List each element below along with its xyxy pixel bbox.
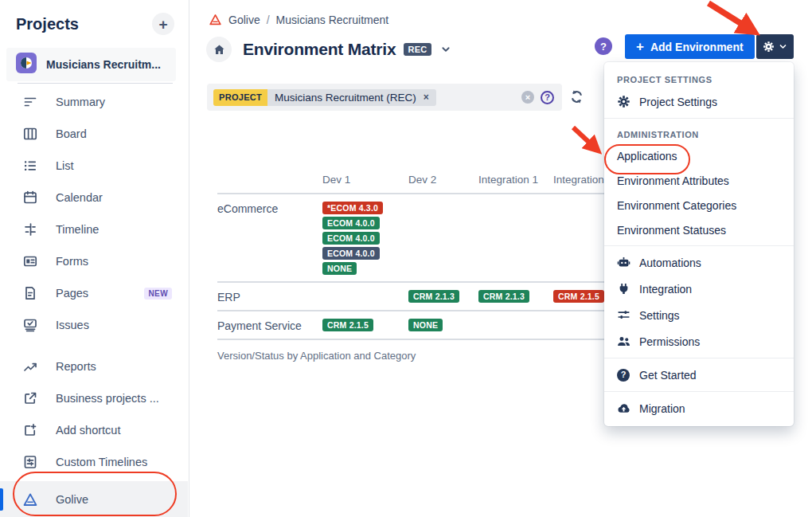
menu-item-automations[interactable]: Automations [604, 249, 794, 276]
sidebar-item-board[interactable]: Board [0, 118, 188, 150]
menu-section-administration: ADMINISTRATION [604, 122, 794, 143]
help-button[interactable]: ? [595, 37, 612, 55]
sidebar-item-label: Summary [56, 96, 105, 108]
menu-item-project-settings[interactable]: Project Settings [604, 88, 794, 115]
sidebar-item-business-projects[interactable]: Business projects ... [0, 382, 188, 414]
menu-item-label: Applications [617, 150, 677, 163]
project-name: Musicians Recruitm... [46, 58, 161, 71]
deployment-badge[interactable]: CRM 2.1.5 [322, 319, 373, 331]
sidebar-item-label: Issues [56, 319, 89, 331]
sidebar-item-label: Pages [56, 287, 88, 300]
deployment-badge[interactable]: *ECOM 4.3.0 [322, 202, 383, 214]
people-gear-icon [617, 335, 631, 349]
project-avatar [16, 53, 37, 76]
divider [604, 358, 794, 358]
deployment-badge[interactable]: CRM 2.1.5 [553, 290, 604, 303]
sidebar-item-custom-timelines[interactable]: Custom Timelines [0, 446, 188, 478]
menu-item-get-started[interactable]: ? Get Started [604, 362, 794, 388]
sidebar-item-reports[interactable]: Reports [0, 351, 188, 382]
home-button[interactable] [206, 37, 232, 62]
deployment-badge[interactable]: CRM 2.1.3 [408, 290, 459, 303]
deployment-badge[interactable]: NONE [322, 262, 357, 275]
question-circle-icon: ? [617, 368, 631, 382]
calendar-icon [22, 190, 38, 206]
new-badge: NEW [144, 288, 172, 300]
menu-item-environment-attributes[interactable]: Environment Attributes [604, 168, 794, 193]
add-environment-button[interactable]: + Add Environment [625, 34, 755, 59]
sidebar-item-add-shortcut[interactable]: Add shortcut [0, 414, 188, 446]
golive-logo-icon [22, 492, 38, 507]
sidebar-item-label: Board [56, 127, 87, 140]
chevron-down-icon [779, 42, 787, 51]
menu-item-permissions[interactable]: Permissions [604, 328, 794, 354]
deployment-badge[interactable]: CRM 2.1.3 [478, 290, 529, 303]
divider [604, 391, 794, 392]
sidebar-item-label: Forms [56, 255, 88, 268]
row-label: Payment Service [217, 319, 322, 332]
chip-type-label: PROJECT [213, 89, 267, 106]
sidebar-project-musicians-recruitment[interactable]: Musicians Recruitm... [6, 48, 176, 81]
environment-matrix: Dev 1 Dev 2 Integration 1 Integration eC… [217, 169, 613, 362]
home-icon [213, 43, 226, 57]
clear-filter-icon[interactable]: × [521, 91, 534, 104]
project-filter-chip[interactable]: PROJECT Musicians Recruitment (REC) × [213, 89, 436, 106]
menu-item-environment-statuses[interactable]: Environment Statuses [604, 217, 794, 242]
summary-icon [22, 94, 38, 110]
sidebar-item-label: Reports [56, 360, 96, 373]
sidebar-item-calendar[interactable]: Calendar [0, 182, 188, 213]
row-label: eCommerce [217, 202, 322, 215]
sidebar-item-label: Calendar [56, 191, 103, 204]
deployment-badge[interactable]: ECOM 4.0.0 [322, 232, 380, 245]
matrix-row-ecommerce: eCommerce *ECOM 4.3.0 ECOM 4.0.0 ECOM 4.… [217, 194, 613, 283]
chevron-down-icon[interactable] [439, 43, 452, 56]
forms-icon [22, 253, 38, 269]
pages-icon [22, 285, 38, 301]
sidebar-item-summary[interactable]: Summary [0, 86, 188, 118]
sidebar-item-timeline[interactable]: Timeline [0, 213, 188, 245]
breadcrumb-project[interactable]: Musicians Recruitment [276, 14, 389, 26]
menu-item-label: Get Started [639, 369, 697, 382]
breadcrumb-app[interactable]: Golive [228, 14, 260, 26]
timeline-icon [22, 221, 38, 237]
plug-icon [617, 282, 631, 296]
sidebar-item-golive[interactable]: Golive [0, 481, 188, 517]
menu-item-label: Project Settings [639, 96, 717, 108]
menu-item-label: Settings [639, 309, 680, 322]
menu-item-label: Permissions [639, 335, 700, 348]
menu-item-label: Environment Attributes [617, 174, 729, 187]
deployment-badge[interactable]: ECOM 4.0.0 [322, 247, 380, 260]
sidebar-item-list[interactable]: List [0, 150, 188, 182]
settings-menu-button[interactable] [756, 34, 794, 59]
sidebar-item-pages[interactable]: Pages NEW [0, 277, 188, 309]
breadcrumb-separator: / [267, 14, 270, 26]
sidebar-item-label: Business projects ... [56, 392, 159, 405]
robot-icon [617, 256, 631, 270]
menu-item-settings[interactable]: Settings [604, 302, 794, 328]
add-shortcut-icon [22, 422, 38, 438]
menu-item-label: Migration [639, 402, 685, 415]
matrix-column-header: Integration 1 [478, 174, 553, 186]
menu-item-environment-categories[interactable]: Environment Categories [604, 193, 794, 217]
chip-remove-icon[interactable]: × [424, 92, 429, 103]
deployment-badge[interactable]: ECOM 4.0.0 [322, 217, 380, 229]
page-title: Environment Matrix [243, 40, 396, 59]
menu-item-label: Integration [639, 283, 692, 296]
sidebar-item-label: Custom Timelines [56, 456, 147, 468]
board-icon [22, 126, 38, 142]
menu-item-integration[interactable]: Integration [604, 276, 794, 302]
menu-item-migration[interactable]: Migration [604, 395, 794, 421]
sidebar-item-forms[interactable]: Forms [0, 245, 188, 277]
sidebar-item-issues[interactable]: Issues [0, 309, 188, 341]
menu-item-applications[interactable]: Applications [604, 143, 794, 168]
golive-breadcrumb-icon [209, 13, 222, 26]
matrix-caption: Version/Status by Application and Catego… [217, 340, 613, 362]
deployment-badge[interactable]: NONE [408, 319, 443, 331]
divider [18, 83, 173, 84]
filter-help-icon[interactable]: ? [541, 91, 554, 104]
matrix-row-payment-service: Payment Service CRM 2.1.5 NONE [217, 311, 613, 340]
sliders-icon [617, 308, 631, 323]
sidebar-item-label: Add shortcut [56, 424, 120, 437]
refresh-icon[interactable] [569, 89, 584, 104]
matrix-row-erp: ERP CRM 2.1.3 CRM 2.1.3 CRM 2.1.5 [217, 283, 613, 311]
add-project-button[interactable]: + [152, 13, 174, 35]
